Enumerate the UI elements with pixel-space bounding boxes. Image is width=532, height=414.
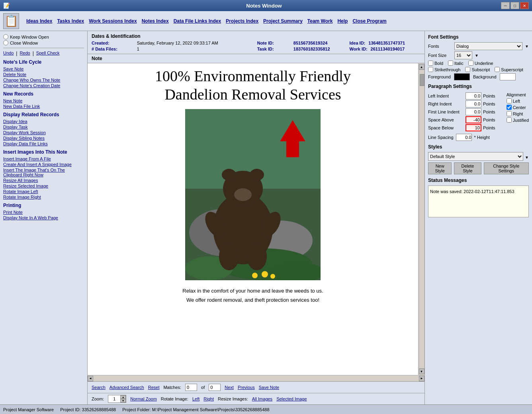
change-creation-date-link[interactable]: Change Note's Creation Date — [3, 83, 84, 88]
maximize-button[interactable]: □ — [510, 2, 519, 9]
redo-button[interactable]: Redo — [20, 51, 30, 56]
right-align-checkbox[interactable]: Right — [507, 111, 529, 116]
line-spacing-input[interactable] — [456, 134, 472, 141]
rotate-right-link[interactable]: Right — [203, 396, 214, 401]
right-align-input[interactable] — [507, 111, 512, 116]
scroll-left-arrow[interactable]: ◄ — [88, 376, 93, 381]
close-window-radio-input[interactable] — [3, 40, 8, 45]
change-style-button[interactable]: Change Style Settings — [484, 162, 529, 174]
left-align-input[interactable] — [507, 98, 512, 104]
resize-selected-image-link[interactable]: Resize Selected Image — [3, 184, 84, 188]
horiz-scroll-track[interactable] — [93, 376, 419, 381]
font-dropdown-arrow[interactable]: ▼ — [525, 44, 529, 49]
menu-data-file-links-index[interactable]: Data File Links Index — [174, 18, 221, 24]
menu-project-summary[interactable]: Project Summary — [263, 18, 303, 24]
next-link[interactable]: Next — [225, 385, 234, 390]
display-task-link[interactable]: Display Task — [3, 125, 84, 129]
display-idea-link[interactable]: Display Idea — [3, 119, 84, 124]
subscript-input[interactable] — [465, 67, 470, 72]
style-select[interactable]: Default Style — [428, 152, 523, 161]
center-align-checkbox[interactable]: Center — [507, 105, 529, 110]
zoom-spinners[interactable]: ▲ ▼ — [120, 395, 126, 402]
menu-help[interactable]: Help — [337, 18, 348, 24]
delete-note-link[interactable]: Delete Note — [3, 72, 84, 77]
reset-link[interactable]: Reset — [148, 385, 160, 390]
create-snipped-image-link[interactable]: Create And Insert A Snipped Image — [3, 162, 84, 167]
left-indent-input[interactable] — [465, 92, 481, 100]
style-dropdown-arrow[interactable]: ▼ — [525, 155, 529, 160]
normal-zoom-link[interactable]: Normal Zoom — [130, 396, 157, 401]
underline-input[interactable] — [468, 61, 473, 66]
of-input[interactable] — [209, 384, 221, 391]
minimize-button[interactable]: ─ — [501, 2, 510, 9]
font-size-select[interactable]: 16 — [454, 51, 472, 59]
bold-checkbox[interactable]: Bold — [428, 61, 443, 66]
menu-tasks-index[interactable]: Tasks Index — [57, 18, 84, 24]
scroll-thumb[interactable] — [420, 74, 424, 86]
zoom-down-button[interactable]: ▼ — [120, 399, 126, 402]
center-align-input[interactable] — [507, 105, 512, 110]
insert-image-file-link[interactable]: Insert Image From A File — [3, 156, 84, 161]
superscript-checkbox[interactable]: Superscript — [495, 67, 523, 72]
menu-team-work[interactable]: Team Work — [307, 18, 333, 24]
display-work-session-link[interactable]: Display Work Session — [3, 130, 84, 135]
insert-clipboard-image-link[interactable]: Insert The Image That's On The Clipboard… — [3, 168, 84, 177]
rotate-image-left-link[interactable]: Rotate Image Left — [3, 189, 84, 194]
background-color-swatch[interactable] — [500, 73, 516, 80]
space-above-input[interactable] — [465, 116, 481, 123]
new-data-file-link-link[interactable]: New Data File Link — [3, 104, 84, 109]
superscript-input[interactable] — [495, 67, 500, 72]
display-note-web-link[interactable]: Display Note In A Web Page — [3, 215, 84, 220]
all-images-link[interactable]: All Images — [252, 396, 272, 401]
new-style-button[interactable]: New Style — [428, 162, 452, 174]
close-window-radio[interactable]: Close Window — [3, 40, 84, 45]
strikethrough-input[interactable] — [428, 67, 433, 72]
keep-window-open-radio[interactable]: Keep Window Open — [3, 34, 84, 39]
italic-checkbox[interactable]: Italic — [448, 61, 464, 66]
note-vertical-scrollbar[interactable]: ▲ ▼ — [418, 63, 424, 375]
scroll-up-arrow[interactable]: ▲ — [419, 64, 424, 70]
font-size-dropdown-arrow[interactable]: ▼ — [475, 53, 479, 58]
save-note-bottom-link[interactable]: Save Note — [259, 385, 279, 390]
rotate-left-link[interactable]: Left — [192, 396, 200, 401]
new-note-link[interactable]: New Note — [3, 98, 84, 103]
underline-checkbox[interactable]: Underline — [468, 61, 493, 66]
zoom-up-button[interactable]: ▲ — [120, 395, 126, 399]
justified-align-input[interactable] — [507, 117, 512, 123]
foreground-color-swatch[interactable] — [454, 73, 470, 80]
close-window-button[interactable]: ✕ — [520, 2, 529, 9]
scroll-right-arrow[interactable]: ► — [419, 376, 424, 381]
menu-ideas-index[interactable]: Ideas Index — [26, 18, 52, 24]
print-note-link[interactable]: Print Note — [3, 210, 84, 215]
subscript-checkbox[interactable]: Subscript — [465, 67, 490, 72]
search-link[interactable]: Search — [92, 385, 106, 390]
zoom-input-wrap[interactable]: ▲ ▼ — [108, 395, 126, 403]
advanced-search-link[interactable]: Advanced Search — [110, 385, 144, 390]
scroll-track[interactable] — [419, 70, 424, 369]
change-who-owns-link[interactable]: Change Who Owns The Note — [3, 78, 84, 82]
selected-image-link[interactable]: Selected Image — [276, 396, 307, 401]
zoom-input[interactable] — [108, 395, 120, 402]
left-align-checkbox[interactable]: Left — [507, 98, 529, 104]
bold-input[interactable] — [428, 61, 433, 66]
display-data-file-links-link[interactable]: Display Data File Links — [3, 141, 84, 146]
spell-check-button[interactable]: Spell Check — [36, 51, 60, 56]
menu-close-program[interactable]: Close Program — [352, 18, 386, 24]
font-family-select[interactable]: Dialog — [454, 42, 522, 50]
resize-all-images-link[interactable]: Resize All Images — [3, 178, 84, 183]
menu-work-sessions-index[interactable]: Work Sessions Index — [89, 18, 137, 24]
scroll-down-arrow[interactable]: ▼ — [419, 369, 424, 374]
display-sibling-notes-link[interactable]: Display Sibling Notes — [3, 136, 84, 141]
matches-input[interactable] — [185, 384, 197, 391]
space-below-input[interactable] — [465, 124, 481, 131]
delete-style-button[interactable]: Delete Style — [454, 162, 481, 174]
right-indent-input[interactable] — [465, 100, 481, 107]
italic-input[interactable] — [448, 61, 453, 66]
note-horizontal-scrollbar[interactable]: ◄ ► — [88, 375, 424, 381]
menu-projects-index[interactable]: Projects Index — [226, 18, 258, 24]
keep-window-radio-input[interactable] — [3, 34, 8, 39]
strikethrough-checkbox[interactable]: Strikethrough — [428, 67, 460, 72]
rotate-image-right-link[interactable]: Rotate Image Right — [3, 195, 84, 199]
first-line-indent-input[interactable] — [465, 108, 481, 115]
previous-link[interactable]: Previous — [238, 385, 255, 390]
